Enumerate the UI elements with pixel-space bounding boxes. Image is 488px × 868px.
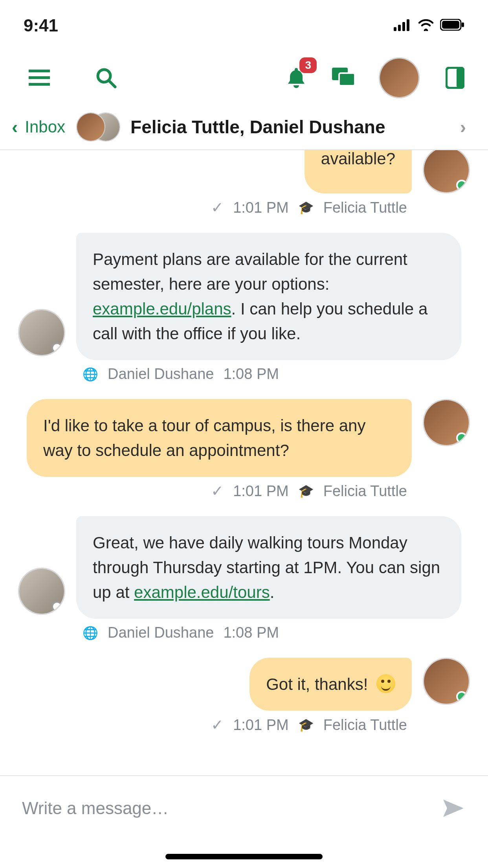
graduation-cap-icon: 🎓 [298, 717, 314, 732]
message-sender: Felicia Tuttle [323, 199, 407, 216]
back-button[interactable]: ‹ Inbox [12, 116, 65, 138]
menu-button[interactable] [28, 66, 51, 90]
home-indicator [165, 854, 323, 859]
message-row: I'd like to take a tour of campus, is th… [18, 399, 470, 477]
conversation-header: ‹ Inbox Felicia Tuttle, Daniel Dushane › [0, 112, 488, 150]
presence-online-icon [456, 432, 467, 443]
search-button[interactable] [94, 66, 118, 90]
message-bubble: Great, we have daily walking tours Monda… [76, 516, 461, 619]
graduation-cap-icon: 🎓 [298, 484, 314, 498]
back-label: Inbox [25, 118, 65, 136]
message-meta: ✓ 1:01 PM 🎓 Felicia Tuttle [18, 482, 470, 500]
panel-toggle-button[interactable] [443, 66, 467, 90]
presence-offline-icon [51, 601, 62, 612]
delivered-icon: ✓ [211, 716, 224, 732]
presence-online-icon [456, 691, 467, 702]
status-icons [394, 18, 464, 33]
link[interactable]: example.edu/tours [134, 583, 270, 601]
sender-avatar[interactable] [18, 568, 65, 615]
delivered-icon: ✓ [211, 199, 224, 216]
sender-avatar[interactable] [423, 399, 470, 446]
message-time: 1:01 PM [233, 199, 289, 216]
svg-rect-7 [29, 70, 50, 72]
message-row: available? [18, 150, 470, 193]
message-meta: ✓ 1:01 PM 🎓 Felicia Tuttle [18, 199, 470, 216]
svg-rect-8 [29, 76, 50, 79]
chats-button[interactable] [332, 66, 355, 90]
message-bubble: Got it, thanks! [250, 658, 412, 711]
sender-avatar[interactable] [18, 309, 65, 356]
svg-rect-5 [442, 21, 459, 29]
message-list[interactable]: available? ✓ 1:01 PM 🎓 Felicia Tuttle Pa… [0, 150, 488, 732]
send-button[interactable] [441, 796, 466, 821]
link[interactable]: example.edu/plans [93, 300, 231, 318]
message-meta: 🌐 Daniel Dushane 1:08 PM [18, 624, 470, 641]
graduation-cap-icon: 🎓 [298, 200, 314, 215]
status-time: 9:41 [24, 16, 58, 35]
battery-icon [440, 19, 464, 32]
message-time: 1:08 PM [223, 624, 279, 641]
chevron-left-icon: ‹ [12, 116, 18, 138]
sender-avatar[interactable] [423, 150, 470, 193]
message-bubble: I'd like to take a tour of campus, is th… [27, 399, 412, 477]
notification-badge: 3 [299, 57, 317, 73]
message-sender: Felicia Tuttle [323, 483, 407, 500]
svg-rect-3 [407, 19, 409, 31]
message-bubble: available? [305, 150, 412, 193]
presence-online-icon [456, 180, 467, 191]
message-time: 1:08 PM [223, 366, 279, 383]
message-time: 1:01 PM [233, 483, 289, 500]
smile-emoji-icon [376, 674, 395, 693]
status-bar: 9:41 [0, 0, 488, 43]
message-meta: ✓ 1:01 PM 🎓 Felicia Tuttle [18, 716, 470, 732]
globe-icon: 🌐 [83, 625, 98, 640]
message-bubble: Payment plans are available for the curr… [76, 233, 461, 360]
sender-avatar[interactable] [423, 658, 470, 705]
participant-avatars[interactable] [76, 112, 119, 142]
message-row: Payment plans are available for the curr… [18, 233, 470, 360]
svg-line-11 [109, 81, 115, 87]
notifications-button[interactable]: 3 [284, 66, 308, 90]
presence-offline-icon [51, 342, 62, 353]
svg-rect-15 [457, 68, 464, 88]
svg-rect-1 [398, 25, 401, 31]
conversation-details-button[interactable]: › [454, 113, 472, 141]
message-input[interactable] [22, 798, 441, 818]
message-meta: 🌐 Daniel Dushane 1:08 PM [18, 366, 470, 383]
svg-rect-2 [402, 22, 405, 31]
wifi-icon [417, 18, 435, 33]
svg-rect-6 [462, 22, 464, 27]
profile-avatar[interactable] [379, 57, 420, 98]
message-sender: Daniel Dushane [108, 366, 214, 383]
svg-rect-13 [339, 73, 355, 86]
cellular-icon [394, 18, 412, 33]
message-row: Got it, thanks! [18, 658, 470, 711]
svg-rect-9 [29, 83, 50, 86]
delivered-icon: ✓ [211, 482, 224, 500]
message-sender: Felicia Tuttle [323, 717, 407, 732]
message-time: 1:01 PM [233, 717, 289, 732]
message-row: Great, we have daily walking tours Monda… [18, 516, 470, 619]
message-sender: Daniel Dushane [108, 624, 214, 641]
top-nav: 3 [0, 43, 488, 112]
conversation-title: Felicia Tuttle, Daniel Dushane [130, 116, 454, 138]
svg-rect-0 [394, 27, 396, 31]
globe-icon: 🌐 [83, 367, 98, 382]
